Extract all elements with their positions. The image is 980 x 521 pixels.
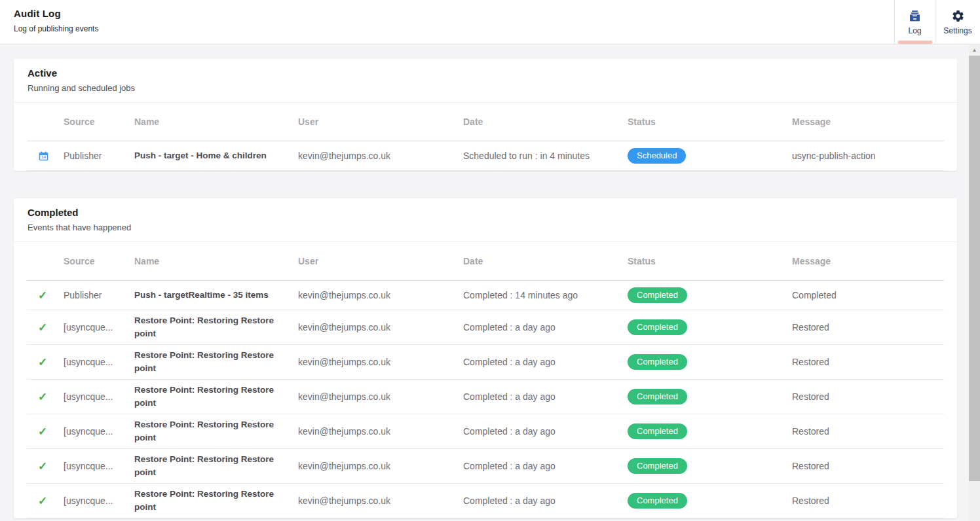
- table-row[interactable]: ✓ [usyncque... Restore Point: Restoring …: [27, 310, 944, 345]
- status-badge: Completed: [628, 319, 687, 336]
- table-row[interactable]: ✓ [usyncque... Restore Point: Restoring …: [27, 345, 944, 380]
- row-status-icon-cell: ✓: [27, 318, 64, 337]
- row-source: [usyncque...: [64, 457, 134, 475]
- check-icon: ✓: [38, 289, 47, 302]
- row-message: Completed: [792, 286, 944, 304]
- status-badge: Completed: [628, 458, 687, 475]
- row-date: Completed : a day ago: [463, 353, 628, 371]
- row-date: Completed : a day ago: [463, 387, 628, 406]
- app-header: Audit Log Log of publishing events Log S…: [0, 0, 980, 45]
- row-user: kevin@thejumps.co.uk: [298, 492, 463, 510]
- table-row[interactable]: ✓ Publisher Push - targetRealtime - 35 i…: [27, 281, 944, 310]
- check-icon: ✓: [38, 460, 47, 473]
- status-badge: Completed: [628, 287, 687, 304]
- table-header-row: Source Name User Date Status Message: [27, 103, 944, 141]
- row-name: Push - target - Home & children: [134, 145, 298, 166]
- active-tab-underline: [897, 41, 932, 44]
- scroll-up-icon[interactable]: ▲: [969, 45, 980, 56]
- column-header-name: Name: [134, 113, 298, 131]
- check-icon: ✓: [38, 425, 47, 438]
- column-header-user: User: [298, 113, 463, 131]
- row-source: [usyncque...: [64, 422, 134, 440]
- calendar-icon: 14: [38, 151, 49, 162]
- status-badge: Completed: [628, 354, 687, 370]
- log-archive-icon: [908, 9, 922, 23]
- row-user: kevin@thejumps.co.uk: [298, 353, 463, 371]
- row-status-icon-cell: ✓: [27, 422, 64, 441]
- row-user: kevin@thejumps.co.uk: [298, 286, 463, 304]
- column-header-status: Status: [628, 113, 792, 131]
- row-source: Publisher: [64, 286, 134, 304]
- column-header-source: Source: [64, 252, 134, 270]
- row-name: Restore Point: Restoring Restore point: [134, 380, 298, 414]
- row-status-cell: Completed: [628, 454, 792, 478]
- row-status-cell: Completed: [628, 350, 792, 374]
- scrollbar-thumb[interactable]: [969, 56, 980, 481]
- page-subtitle: Log of publishing events: [14, 24, 98, 33]
- row-source: Publisher: [64, 147, 134, 165]
- active-rows: 14 Publisher Push - target - Home & chil…: [27, 141, 944, 171]
- completed-section-head: Completed Events that have happened: [14, 198, 957, 242]
- completed-table: Source Name User Date Status Message ✓ P…: [27, 242, 944, 518]
- table-row[interactable]: ✓ [usyncque... Restore Point: Restoring …: [27, 380, 944, 414]
- row-name: Push - targetRealtime - 35 items: [134, 285, 298, 306]
- row-status-icon-cell: ✓: [27, 387, 64, 406]
- row-name: Restore Point: Restoring Restore point: [134, 310, 298, 344]
- row-message: Restored: [792, 457, 944, 475]
- table-row[interactable]: ✓ [usyncque... Restore Point: Restoring …: [27, 414, 944, 449]
- column-header-date: Date: [463, 113, 628, 131]
- row-status-icon-cell: ✓: [27, 353, 64, 372]
- column-header-status: Status: [628, 252, 792, 270]
- check-icon: ✓: [38, 321, 47, 334]
- gear-icon: [951, 9, 965, 23]
- row-date: Scheduled to run : in 4 minutes: [463, 147, 628, 165]
- column-header-message: Message: [792, 113, 944, 131]
- check-icon: ✓: [38, 356, 47, 368]
- row-message: usync-publish-action: [792, 147, 944, 165]
- row-user: kevin@thejumps.co.uk: [298, 387, 463, 406]
- column-header-icon: [27, 257, 64, 265]
- completed-section: Completed Events that have happened Sour…: [14, 198, 957, 518]
- svg-text:14: 14: [41, 155, 46, 159]
- row-status-icon-cell: 14: [27, 147, 64, 166]
- row-message: Restored: [792, 422, 944, 440]
- active-table: Source Name User Date Status Message 14 …: [27, 103, 944, 171]
- row-user: kevin@thejumps.co.uk: [298, 457, 463, 475]
- status-badge: Completed: [628, 423, 687, 440]
- main-content: Active Running and scheduled jobs Source…: [0, 45, 969, 521]
- row-status-cell: Completed: [628, 385, 792, 409]
- check-icon: ✓: [38, 495, 47, 507]
- row-user: kevin@thejumps.co.uk: [298, 422, 463, 440]
- column-header-icon: [27, 118, 64, 126]
- tab-log[interactable]: Log: [894, 0, 935, 44]
- row-date: Completed : a day ago: [463, 492, 628, 510]
- row-user: kevin@thejumps.co.uk: [298, 318, 463, 336]
- check-icon: ✓: [38, 391, 47, 403]
- column-header-name: Name: [134, 252, 298, 270]
- page-title: Audit Log: [14, 8, 98, 19]
- row-status-cell: Scheduled: [628, 144, 792, 168]
- row-status-icon-cell: ✓: [27, 492, 64, 511]
- row-date: Completed : a day ago: [463, 318, 628, 336]
- row-message: Restored: [792, 353, 944, 371]
- row-message: Restored: [792, 387, 944, 406]
- status-badge: Completed: [628, 389, 687, 405]
- section-title-completed: Completed: [28, 207, 943, 218]
- status-badge: Scheduled: [628, 148, 686, 164]
- column-header-user: User: [298, 252, 463, 270]
- table-row[interactable]: ✓ [usyncque... Restore Point: Restoring …: [27, 484, 944, 518]
- section-title-active: Active: [28, 67, 943, 79]
- status-badge: Completed: [628, 493, 687, 509]
- row-message: Restored: [792, 492, 944, 510]
- tab-settings-label: Settings: [943, 26, 971, 35]
- row-status-cell: Completed: [628, 489, 792, 513]
- row-date: Completed : 14 minutes ago: [463, 286, 628, 304]
- row-source: [usyncque...: [64, 492, 134, 510]
- row-status-icon-cell: ✓: [27, 457, 64, 476]
- section-subtitle-completed: Events that have happened: [28, 223, 943, 232]
- table-row[interactable]: 14 Publisher Push - target - Home & chil…: [27, 141, 944, 171]
- tab-settings[interactable]: Settings: [935, 0, 980, 44]
- vertical-scrollbar: ▲: [969, 45, 980, 521]
- row-status-cell: Completed: [628, 315, 792, 340]
- table-row[interactable]: ✓ [usyncque... Restore Point: Restoring …: [27, 449, 944, 484]
